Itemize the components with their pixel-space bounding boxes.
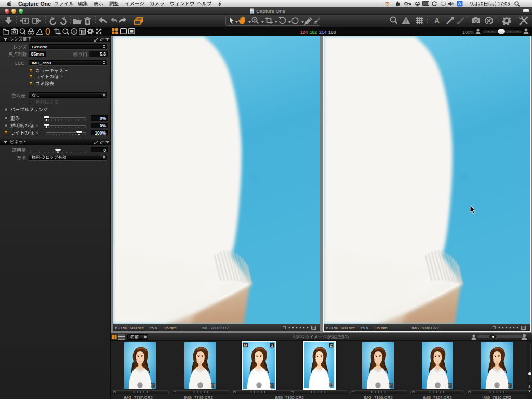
svg-text:A: A (458, 1, 462, 6)
